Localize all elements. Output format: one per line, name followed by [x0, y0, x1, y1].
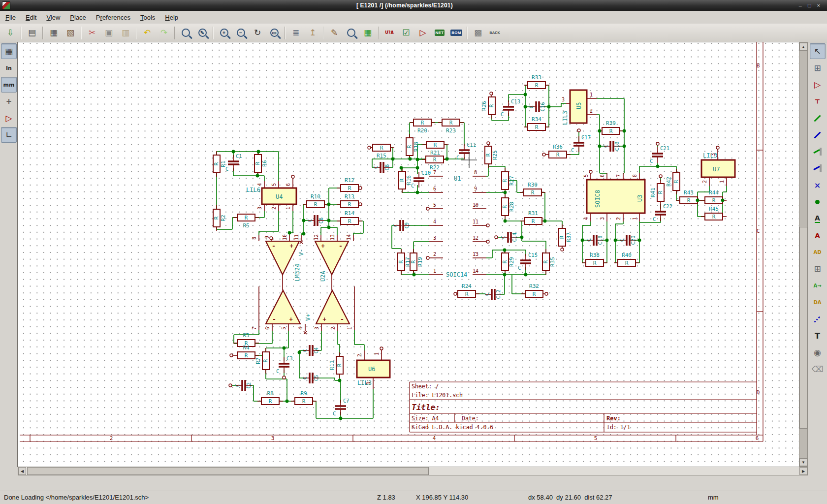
copy-icon: ▣ [105, 29, 113, 37]
minimize-button[interactable]: – [799, 2, 802, 8]
run-pcbnew-button[interactable]: ▩ [470, 25, 486, 41]
schematic-text: 2 [590, 108, 593, 114]
place-power-button[interactable]: ⊥ [810, 94, 826, 109]
schematic-text: R [213, 162, 220, 165]
bus-to-bus-entry-button[interactable] [810, 160, 826, 176]
library-editor-button[interactable]: ✎ [326, 25, 342, 41]
place-text-button[interactable]: T [810, 328, 826, 344]
maximize-button[interactable]: □ [808, 2, 811, 8]
undo-button[interactable]: ↶ [139, 25, 155, 41]
find-button[interactable] [178, 25, 193, 41]
wire-to-bus-entry-button[interactable] [810, 144, 826, 159]
units-inch-icon: In [6, 65, 12, 71]
junction [339, 417, 343, 420]
place-image-button[interactable]: ◉ [810, 345, 826, 360]
scroll-up-arrow[interactable]: ▲ [799, 43, 807, 51]
annotate-button[interactable]: U?A [382, 25, 397, 41]
schematic-canvas[interactable]: BCD23456Sheet: /File: E1201.schTitle:Siz… [18, 42, 799, 467]
library-browser-button[interactable] [343, 25, 359, 41]
import-sheet-pin-button[interactable]: A→ [810, 278, 826, 293]
place-hier-label-button[interactable]: AD [810, 244, 826, 260]
menu-preferences[interactable]: Preferences [92, 12, 135, 23]
schematic-text: C17 [581, 134, 591, 140]
place-junction-button[interactable] [810, 194, 826, 210]
place-label-button[interactable]: A [810, 211, 826, 226]
schematic-text: V- [298, 249, 305, 256]
scroll-down-arrow[interactable]: ▼ [799, 458, 807, 466]
place-bus-button[interactable] [810, 127, 826, 143]
leave-sheet-button[interactable]: ↥ [305, 25, 320, 41]
units-inch-button[interactable]: In [1, 60, 17, 76]
junction [400, 166, 403, 170]
schematic-text: R [254, 161, 261, 165]
delete-button[interactable]: ⌫ [810, 361, 826, 377]
schematic-text: C11 [467, 142, 476, 148]
erc-button[interactable]: ☑ [398, 25, 414, 41]
zoom-in-icon: + [220, 29, 228, 37]
zoom-redraw-button[interactable]: ↻ [250, 25, 265, 41]
schematic-text: R33 [532, 74, 541, 81]
hidden-pins-button[interactable]: ▷ [1, 110, 17, 126]
zoom-fit-button[interactable]: ▭ [266, 25, 282, 41]
menu-help[interactable]: Help [160, 12, 183, 23]
menu-place[interactable]: Place [65, 12, 91, 23]
schematic-text: R [314, 201, 318, 208]
menu-file[interactable]: File [1, 12, 20, 23]
copy-button[interactable]: ▣ [101, 25, 117, 41]
place-hier-sheet-button[interactable]: ⊞ [810, 261, 826, 277]
hierarchy-navigator-button[interactable]: ≣ [288, 25, 304, 41]
zoom-out-button[interactable]: − [233, 25, 249, 41]
app-icon [2, 1, 10, 10]
scroll-left-arrow[interactable]: ◀ [18, 467, 26, 475]
find-replace-button[interactable]: ✎ [194, 25, 210, 41]
close-button[interactable]: × [817, 2, 820, 8]
horizontal-scrollbar[interactable]: ◀ ▶ [18, 467, 808, 475]
titlebar: [ E1201 /] (/home/sparkles/E1201) – □ × [0, 0, 827, 11]
schematic-text: 1 [374, 352, 380, 355]
graphic-line-button[interactable] [810, 311, 826, 327]
toolbar-separator [174, 27, 175, 39]
bom-button[interactable]: BOM [448, 25, 464, 41]
page-settings-button[interactable]: ▤ [24, 25, 40, 41]
schematic-text: C [302, 349, 308, 352]
vertical-scroll-thumb[interactable] [799, 227, 807, 429]
vertical-scrollbar[interactable]: ▲ ▼ [799, 42, 808, 467]
place-wire-button[interactable] [810, 110, 826, 126]
plot-button[interactable]: ▧ [63, 25, 78, 41]
zoom-in-button[interactable]: + [216, 25, 232, 41]
back-annotate-button[interactable]: BACK [487, 25, 503, 41]
place-global-label-button[interactable]: A [810, 227, 826, 243]
horizontal-scroll-thumb[interactable] [27, 467, 429, 475]
schematic-text: - [340, 315, 344, 323]
cursor-shape-button[interactable]: + [1, 94, 17, 109]
no-connect-button[interactable]: × [810, 177, 826, 193]
menu-edit[interactable]: Edit [21, 12, 41, 23]
schematic-text: 10 [473, 202, 478, 208]
save-button[interactable]: ⇩ [2, 25, 18, 41]
menu-view[interactable]: View [42, 12, 64, 23]
schematic-text: C9 [404, 222, 410, 229]
place-sheet-pin-button[interactable]: DA [810, 294, 826, 310]
schematic-text: R4 [243, 345, 250, 351]
schematic-text: U4 [276, 193, 283, 200]
cursor-button[interactable]: ↖ [810, 43, 826, 59]
grid-toggle-button[interactable]: ▦ [1, 43, 17, 59]
cut-button[interactable]: ✂ [84, 25, 100, 41]
schematic-text: R34 [532, 116, 541, 123]
schematic-text: C [528, 105, 534, 108]
generate-netlist-button[interactable]: NET [432, 25, 447, 41]
ortho-wires-button[interactable]: ∟ [1, 127, 17, 143]
schematic-text: 2 [433, 252, 436, 257]
schematic-text: C10 [421, 170, 431, 176]
run-cvpcb-button[interactable]: ▷ [415, 25, 431, 41]
menu-tools[interactable]: Tools [136, 12, 159, 23]
paste-button[interactable]: ▥ [118, 25, 133, 41]
scroll-right-arrow[interactable]: ▶ [799, 467, 807, 475]
units-mm-button[interactable]: mm [1, 77, 17, 93]
hierarchy-select-button[interactable]: ⊞ [810, 60, 826, 76]
footprint-editor-button[interactable]: ▦ [360, 25, 376, 41]
redo-button[interactable]: ↷ [156, 25, 172, 41]
annotate-icon: U?A [385, 31, 393, 35]
print-button[interactable]: ▦ [46, 25, 62, 41]
place-component-button[interactable]: ▷ [810, 77, 826, 93]
